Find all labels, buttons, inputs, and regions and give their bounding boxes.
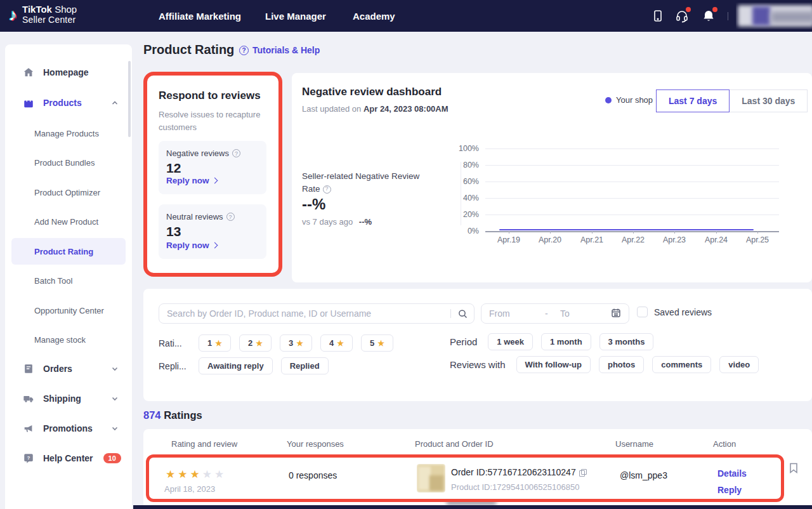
topbar-divider [728, 12, 728, 20]
mobile-app-icon[interactable] [651, 9, 665, 23]
sidebar-item-products[interactable]: Products [5, 94, 132, 112]
info-icon[interactable]: ? [226, 213, 235, 221]
sidebar-item-help-center[interactable]: ? Help Center 10 [5, 449, 132, 467]
shopping-bag-icon [23, 97, 34, 109]
compare-label: vs 7 days ago [302, 217, 353, 227]
replied-button[interactable]: Replied [281, 357, 329, 374]
chevron-down-icon [112, 366, 118, 372]
chevron-up-icon [112, 100, 118, 106]
y-tick-0: 0% [454, 227, 479, 235]
rating-3-star-button[interactable]: 3 [280, 334, 312, 352]
x-tick-apr22: Apr.22 [614, 235, 652, 244]
details-link[interactable]: Details [717, 468, 747, 479]
with-follow-up-button[interactable]: With follow-up [516, 356, 591, 373]
sidebar-item-homepage[interactable]: Homepage [5, 63, 132, 81]
account-menu-blurred[interactable] [736, 3, 812, 29]
copy-icon[interactable] [579, 469, 586, 476]
neutral-reviews-label: Neutral reviews [166, 212, 223, 221]
neutral-reviews-stat-card: Neutral reviews ? 13 Reply now [159, 204, 266, 259]
bottom-cutoff-strip [133, 505, 812, 509]
ratings-count-heading: 874 Ratings [143, 409, 202, 421]
rating-5-star-button[interactable]: 5 [361, 334, 393, 352]
star-icon [337, 340, 344, 347]
sidebar-sub-batch-tool[interactable]: Batch Tool [5, 272, 132, 289]
sidebar-item-label: Shipping [43, 393, 81, 404]
tiktok-shop-logo[interactable]: ♪ TikTok Shop Seller Center [9, 4, 77, 25]
sidebar-sub-add-new-product[interactable]: Add New Product [5, 213, 132, 230]
negative-reply-now-link[interactable]: Reply now [166, 176, 217, 185]
replied-filter-row: Repli... Awaiting reply Replied [159, 357, 329, 374]
period-1-month-button[interactable]: 1 month [541, 333, 591, 350]
star-icon [296, 340, 303, 347]
product-id: Product ID:1729541006525106850 [451, 482, 579, 492]
reviews-with-label: Reviews with [450, 359, 506, 370]
sidebar-sub-manage-stock[interactable]: Manage stock [5, 331, 132, 348]
sidebar-item-shipping[interactable]: Shipping [5, 390, 132, 407]
stat-label-text: Seller-related Negative Review Rate [302, 171, 419, 194]
tutorials-help-link[interactable]: ? Tutorials & Help [239, 45, 320, 55]
saved-reviews-filter: Saved reviews [637, 307, 712, 317]
seller-negative-rate-label: Seller-related Negative Review Rate? [302, 170, 426, 195]
last-7-days-button[interactable]: Last 7 days [656, 89, 730, 112]
logo-subtitle: Seller Center [22, 15, 77, 25]
sidebar-sub-product-optimizer[interactable]: Product Optimizer [5, 184, 132, 201]
axis-tick [757, 231, 758, 234]
period-3-months-button[interactable]: 3 months [599, 333, 654, 350]
awaiting-reply-button[interactable]: Awaiting reply [199, 357, 273, 374]
info-icon[interactable]: ? [323, 185, 331, 194]
review-row-highlight: April 18, 2023 0 responses Order ID:5771… [146, 454, 784, 502]
sidebar-item-orders[interactable]: Orders [5, 360, 132, 378]
rating-4-star-button[interactable]: 4 [320, 334, 353, 352]
column-your-responses: Your responses [287, 439, 344, 449]
reply-now-label: Reply now [166, 176, 209, 185]
info-icon[interactable]: ? [232, 149, 240, 157]
video-button[interactable]: video [719, 356, 759, 373]
bookmark-icon[interactable] [789, 463, 798, 473]
product-thumbnail[interactable] [417, 464, 445, 492]
comments-button[interactable]: comments [652, 356, 711, 373]
star-empty-icon [202, 468, 212, 481]
negative-reviews-count: 12 [166, 161, 181, 176]
gridline [485, 182, 779, 182]
photos-button[interactable]: photos [599, 356, 644, 373]
star-filled-icon [178, 468, 187, 481]
date-range-picker[interactable]: From - To [481, 303, 629, 324]
search-icon[interactable] [451, 309, 474, 319]
seller-negative-rate-value: --% [302, 195, 325, 213]
search-input[interactable] [159, 308, 450, 319]
last-30-days-button[interactable]: Last 30 days [729, 89, 808, 112]
sidebar-sub-product-bundles[interactable]: Product Bundles [5, 154, 132, 171]
dashboard-last-updated: Last updated on Apr 24, 2023 08:00AM [302, 104, 449, 114]
sidebar-sub-product-rating[interactable]: Product Rating [11, 238, 126, 265]
neutral-reply-now-link[interactable]: Reply now [166, 241, 217, 250]
nav-affiliate-marketing[interactable]: Affiliate Marketing [159, 0, 241, 32]
review-responses: 0 responses [289, 470, 337, 480]
gridline [485, 149, 779, 149]
x-tick-apr25: Apr.25 [738, 235, 776, 244]
review-date: April 18, 2023 [164, 484, 215, 494]
help-center-badge: 10 [103, 453, 121, 463]
review-star-rating [166, 468, 224, 481]
saved-reviews-checkbox[interactable] [637, 307, 648, 317]
sidebar-sub-manage-products[interactable]: Manage Products [5, 125, 132, 142]
reply-link[interactable]: Reply [717, 485, 742, 495]
rating-2-star-button[interactable]: 2 [239, 334, 272, 352]
x-tick-apr23: Apr.23 [655, 235, 693, 244]
axis-tick [674, 231, 675, 234]
sidebar-item-label: Homepage [43, 67, 89, 77]
star-empty-icon [214, 468, 224, 481]
respond-to-reviews-card-highlight: Respond to reviews Resolve issues to rec… [143, 72, 282, 277]
sidebar-sub-opportunity-center[interactable]: Opportunity Center [5, 302, 132, 319]
filters-card: From - To Saved reviews Rati... 1 2 3 4 … [143, 289, 812, 401]
axis-tick [633, 231, 634, 234]
neutral-reviews-count: 13 [166, 224, 181, 239]
sidebar-item-promotions[interactable]: Promotions [5, 420, 132, 437]
rating-number: 4 [329, 338, 334, 348]
period-1-week-button[interactable]: 1 week [488, 333, 533, 350]
rating-1-star-button[interactable]: 1 [199, 334, 231, 352]
order-id-text: Order ID:577167120623110247 [451, 467, 576, 477]
nav-academy[interactable]: Academy [353, 0, 395, 32]
nav-live-manager[interactable]: Live Manager [265, 0, 326, 32]
chevron-down-icon [112, 395, 118, 402]
chevron-right-icon [211, 178, 218, 184]
